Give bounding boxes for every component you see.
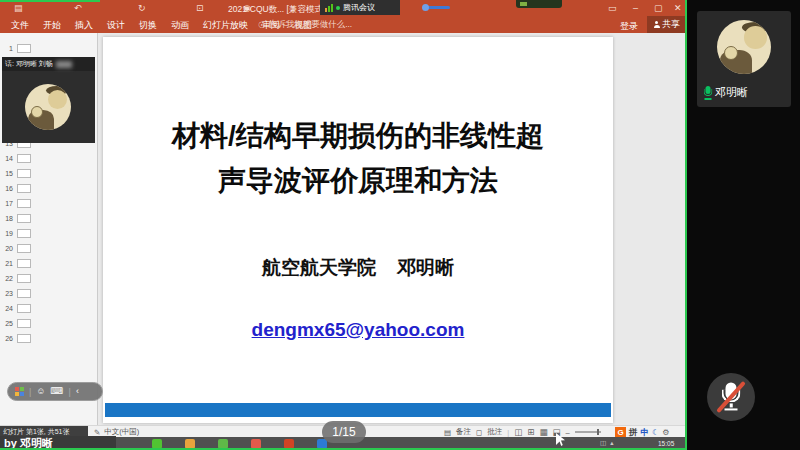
slide-thumbnail[interactable] — [17, 184, 31, 193]
floating-input-toolbar[interactable]: | ☺ ⌨ | ‹ — [7, 382, 103, 401]
restore-icon[interactable]: ▢ — [654, 2, 663, 14]
slide-thumbnail[interactable] — [17, 199, 31, 208]
slide-number: 16 — [0, 185, 13, 192]
minimize-icon[interactable]: – — [633, 2, 638, 14]
notes-button[interactable]: 备注 — [456, 427, 471, 437]
participant-video-tile[interactable]: 邓明晰 — [697, 11, 791, 107]
taskbar-app-icon[interactable] — [251, 439, 261, 449]
slide-thumbnail[interactable] — [17, 274, 31, 283]
taskbar-app-icon[interactable] — [152, 439, 162, 449]
ribbon-options-icon[interactable]: ▭ — [608, 2, 617, 14]
signal-bars-icon — [325, 3, 333, 12]
thumbnail-row[interactable]: 18 — [0, 211, 97, 226]
comments-button[interactable]: 批注 — [487, 427, 502, 437]
blurred-text — [56, 61, 72, 68]
slide-number: 26 — [0, 335, 13, 342]
redo-icon[interactable]: ↻ — [138, 2, 146, 14]
slide-thumbnail[interactable] — [17, 289, 31, 298]
ribbon-tab[interactable]: 动画 — [164, 17, 196, 33]
thumbnail-row[interactable]: 25 — [0, 316, 97, 331]
zoom-slider-thumb[interactable] — [597, 429, 599, 435]
slide-thumbnail[interactable] — [17, 319, 31, 328]
close-icon[interactable]: ✕ — [674, 2, 682, 14]
sign-in-button[interactable]: 登录 — [620, 20, 638, 33]
slide-thumbnail[interactable] — [17, 44, 31, 53]
taskbar-app-icon[interactable] — [185, 439, 195, 449]
thumbnail-row[interactable]: 15 — [0, 166, 97, 181]
microphone-mute-button[interactable] — [707, 373, 755, 421]
slide-number: 20 — [0, 245, 13, 252]
normal-view-icon[interactable]: ◫ — [514, 427, 522, 437]
person-icon — [653, 21, 660, 28]
shared-screen-region: ▤ ↶ ↻ ⊡ ◉ 2021-CQU数... [兼容模式] - PowerPoi… — [0, 0, 687, 450]
notes-icon: ▤ — [444, 428, 451, 437]
thumbnail-row[interactable]: 14 — [0, 151, 97, 166]
system-tray[interactable]: ◫ ▴ — [600, 439, 613, 447]
taskbar-app-icon[interactable] — [218, 439, 228, 449]
slide-thumbnail[interactable] — [17, 334, 31, 343]
moon-icon[interactable]: ☾ — [652, 428, 659, 437]
slide-number: 14 — [0, 155, 13, 162]
slide-number: 18 — [0, 215, 13, 222]
slide-thumbnail[interactable] — [17, 304, 31, 313]
gear-icon[interactable]: ⚙ — [662, 428, 669, 437]
ribbon-tab[interactable]: 切换 — [132, 17, 164, 33]
participant-name: 邓明晰 — [715, 85, 748, 100]
ribbon-tab[interactable]: 文件 — [4, 17, 36, 33]
collapse-chevron-icon[interactable]: ‹ — [76, 387, 79, 396]
thumbnail-row[interactable]: 21 — [0, 256, 97, 271]
share-border — [685, 0, 687, 450]
thumbnail-row[interactable]: 19 — [0, 226, 97, 241]
slide-number: 19 — [0, 230, 13, 237]
slide-author[interactable]: 航空航天学院 邓明晰 — [103, 255, 613, 281]
thumbnail-row[interactable]: 17 — [0, 196, 97, 211]
ribbon-tab[interactable]: 设计 — [100, 17, 132, 33]
tell-me-box[interactable]: ☉ 告诉我您想要做什么... — [248, 17, 408, 33]
thumbnail-row[interactable]: 26 — [0, 331, 97, 346]
thumbnail-row[interactable]: 20 — [0, 241, 97, 256]
slide-canvas[interactable]: 材料/结构早期损伤的非线性超 声导波评价原理和方法 航空航天学院 邓明晰 den… — [103, 37, 613, 423]
tray-icon[interactable]: ▴ — [610, 439, 613, 447]
slide-sorter-icon[interactable]: ⊞ — [527, 427, 534, 437]
ribbon-tab[interactable]: 开始 — [36, 17, 68, 33]
slide-number: 23 — [0, 290, 13, 297]
thumbnail-row[interactable]: 24 — [0, 301, 97, 316]
thumbnail-row[interactable]: 1 — [0, 41, 97, 56]
comments-icon: ◻ — [476, 428, 482, 437]
taskbar-app-icon[interactable] — [284, 439, 294, 449]
thumbnail-row[interactable]: 22 — [0, 271, 97, 286]
share-border — [0, 0, 100, 2]
reading-view-icon[interactable]: ▦ — [539, 427, 547, 437]
slide-thumbnail[interactable] — [17, 229, 31, 238]
undo-icon[interactable]: ↶ — [74, 2, 82, 14]
slide-thumbnail[interactable] — [17, 244, 31, 253]
start-slideshow-icon[interactable]: ⊡ — [196, 2, 204, 14]
mic-on-icon — [703, 86, 713, 100]
ribbon-tab[interactable]: 幻灯片放映 — [196, 17, 255, 33]
tray-icon[interactable]: ◫ — [600, 439, 606, 447]
thumbnail-row[interactable]: 23 — [0, 286, 97, 301]
keyboard-icon[interactable]: ⌨ — [51, 387, 64, 396]
slide-title[interactable]: 材料/结构早期损伤的非线性超 声导波评价原理和方法 — [103, 113, 613, 203]
slide-thumbnail[interactable] — [17, 169, 31, 178]
apps-grid-icon[interactable] — [15, 387, 24, 396]
slide-thumbnail[interactable] — [17, 214, 31, 223]
meeting-status-badge[interactable]: 腾讯会议 — [320, 0, 400, 15]
meeting-sidebar: 邓明晰 — [687, 0, 800, 450]
slide-email-link[interactable]: dengmx65@yahoo.com — [103, 319, 613, 341]
share-button[interactable]: 共享 — [647, 16, 686, 33]
zoom-out-icon[interactable]: – — [566, 428, 570, 437]
save-icon[interactable]: ▤ — [14, 2, 23, 14]
thumbnail-row[interactable]: 16 — [0, 181, 97, 196]
slide-thumbnail[interactable] — [17, 154, 31, 163]
slide-thumbnail-pane[interactable]: 1 话: 邓明晰 刘畅 8 — [0, 33, 98, 425]
taskbar-apps — [152, 439, 350, 449]
ribbon-tab[interactable]: 插入 — [68, 17, 100, 33]
zoom-slider[interactable] — [575, 431, 601, 433]
slide-thumbnail[interactable] — [17, 259, 31, 268]
avatar — [717, 20, 771, 74]
emoji-icon[interactable]: ☺ — [36, 387, 45, 396]
speaker-overlay-window[interactable]: 话: 邓明晰 刘畅 — [2, 57, 95, 143]
slide-number: 15 — [0, 170, 13, 177]
clock[interactable]: 15:05 — [658, 440, 674, 447]
